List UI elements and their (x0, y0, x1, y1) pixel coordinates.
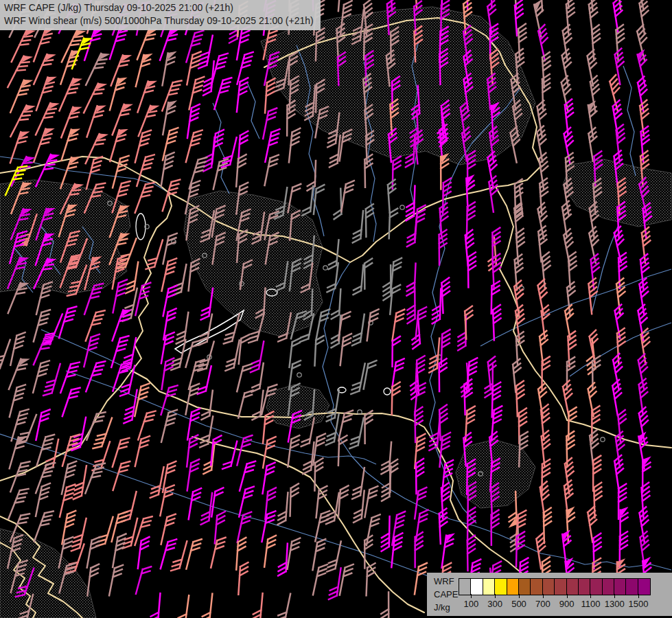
wind-barb (201, 593, 212, 618)
wind-barb (186, 382, 200, 416)
legend-tick (519, 594, 520, 598)
wind-barb (177, 595, 189, 618)
wind-barb (590, 254, 601, 290)
wind-barb (238, 389, 253, 420)
legend-cell-9 (567, 579, 579, 595)
wind-barb (353, 210, 363, 243)
wind-barb (189, 487, 201, 520)
legend-cell-0 (459, 579, 471, 595)
country-border (496, 187, 567, 420)
wind-barb (416, 306, 427, 339)
wind-barb (639, 100, 651, 136)
wind-barb (163, 460, 176, 494)
wind-barb (382, 516, 390, 551)
wind-barb (612, 100, 625, 136)
legend-tick (543, 594, 544, 598)
wind-barb (139, 103, 159, 139)
wind-barb (341, 179, 354, 213)
wind-barb (383, 265, 391, 300)
wind-barb (121, 490, 137, 524)
wind-barb (34, 52, 55, 87)
wind-barb (441, 154, 448, 190)
wind-barb (239, 334, 249, 365)
wind-barb (468, 252, 476, 287)
legend-cell-6 (531, 579, 542, 595)
wind-barb (367, 308, 379, 342)
wind-barb (113, 459, 130, 493)
wind-barb (563, 229, 577, 264)
legend-label-unit: J/kg (434, 601, 458, 614)
legend-cell-12 (603, 579, 614, 595)
legend-tick (614, 594, 615, 598)
wind-barb (351, 362, 364, 396)
wind-barb (109, 564, 123, 597)
wind-barb (33, 358, 49, 394)
map-canvas (0, 0, 672, 618)
wind-barb (493, 305, 502, 340)
legend-cell-5 (519, 579, 531, 595)
wind-barb (287, 101, 294, 136)
wind-barb (163, 51, 176, 87)
city-marker (297, 373, 301, 377)
wind-barb (467, 536, 476, 571)
legend-tick-label: 300 (487, 599, 502, 609)
wind-barb (136, 564, 151, 595)
legend-label-wrf: WRF (434, 575, 458, 588)
legend-cell-14 (626, 579, 638, 595)
wind-barb (278, 492, 288, 525)
legend-tick (471, 594, 472, 598)
legend-tick-label: 1100 (581, 599, 600, 609)
wind-barb (439, 358, 447, 391)
wind-barb (587, 506, 600, 542)
river (623, 66, 636, 176)
country-border (0, 445, 81, 481)
wind-barb (542, 252, 553, 288)
legend-cell-1 (471, 579, 483, 595)
wind-barb (187, 458, 200, 492)
legend-tick-label: 900 (559, 599, 575, 609)
wind-barb (86, 131, 108, 166)
wind-barb (237, 362, 251, 393)
wind-barb (333, 189, 341, 219)
wind-barb (265, 78, 275, 113)
wind-barb (289, 128, 300, 163)
wind-barb (113, 533, 126, 569)
wind-barb (352, 313, 364, 347)
wind-barb (442, 533, 454, 569)
wind-barb (314, 336, 323, 366)
wind-barb (264, 535, 276, 568)
wind-barb (354, 490, 364, 523)
wind-barb (97, 515, 113, 549)
river (0, 434, 449, 584)
wind-barb (338, 485, 349, 518)
lake (136, 214, 146, 240)
river (247, 82, 259, 139)
wind-barb (303, 442, 314, 474)
legend-cell-7 (543, 579, 555, 595)
wind-barb (202, 389, 213, 420)
wind-barb (615, 432, 627, 468)
legend-tick (638, 594, 639, 598)
wind-barb (564, 305, 577, 339)
wind-barb (594, 483, 602, 518)
legend-tick (495, 594, 496, 598)
wind-barb (176, 311, 189, 345)
wind-barb (212, 129, 224, 165)
wind-barb (60, 483, 75, 518)
wind-barb (201, 492, 212, 525)
wind-barb (138, 536, 150, 569)
wind-barb (59, 304, 76, 340)
wind-barb (186, 538, 201, 571)
wind-barb (277, 592, 290, 618)
legend-cell-13 (614, 579, 626, 595)
wind-barb (0, 337, 10, 373)
wind-barb (340, 333, 351, 366)
wind-barb (612, 380, 625, 415)
wind-barb (366, 204, 374, 237)
wind-barb (441, 277, 450, 312)
city-marker (400, 205, 404, 209)
wind-barb (640, 328, 653, 364)
wind-barb (237, 50, 253, 86)
wind-barb (135, 435, 150, 468)
wind-barb (10, 78, 32, 115)
